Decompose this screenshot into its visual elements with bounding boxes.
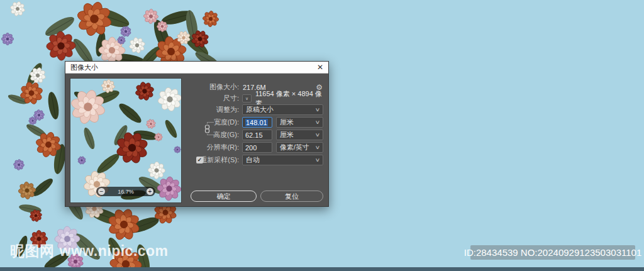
resolution-value: 200 <box>245 144 257 152</box>
dialog-controls: 图像大小: 217.6M ⚙ 尺寸: ∨ 11654 像素 × 4894 像素 … <box>188 79 323 202</box>
resolution-row: 分辨率(R): 200 像素/英寸 ∨ <box>188 142 323 153</box>
ok-button[interactable]: 确定 <box>191 191 257 202</box>
height-row: 高度(G): 62.15 厘米 ∨ <box>188 130 323 140</box>
dialog-title: 图像大小 <box>70 63 98 72</box>
image-size-dialog: 图像大小 ✕ − 16.7% + 图像大小: 217.6M ⚙ 尺寸: <box>65 61 329 207</box>
preview-zoom-level: 16.7% <box>118 189 134 195</box>
resample-label: 重新采样(S): <box>188 155 239 165</box>
width-row: 宽度(D): 148.01 厘米 ∨ <box>188 117 323 128</box>
chevron-down-icon: ∨ <box>315 119 321 125</box>
height-unit-select[interactable]: 厘米 ∨ <box>276 130 323 140</box>
close-icon[interactable]: ✕ <box>317 64 323 71</box>
id-badge: ID:28434539 NO:20240929123503031101 <box>470 245 635 260</box>
chevron-down-icon: ∨ <box>315 107 321 113</box>
chevron-down-icon: ∨ <box>315 145 321 150</box>
width-unit-select[interactable]: 厘米 ∨ <box>276 117 323 128</box>
fit-to-label: 调整为: <box>188 105 239 114</box>
dialog-body: − 16.7% + 图像大小: 217.6M ⚙ 尺寸: ∨ 11654 像素 … <box>65 74 328 206</box>
resolution-unit-select[interactable]: 像素/英寸 ∨ <box>276 142 323 153</box>
dialog-titlebar[interactable]: 图像大小 ✕ <box>65 62 328 74</box>
height-unit-value: 厘米 <box>280 130 294 140</box>
preview-image <box>70 79 181 202</box>
width-input[interactable]: 148.01 <box>242 117 272 128</box>
resolution-input[interactable]: 200 <box>242 142 272 153</box>
dimensions-label: 尺寸: <box>188 94 239 103</box>
resample-row: 重新采样(S): 自动 ∨ <box>188 155 323 165</box>
dimensions-row: 尺寸: ∨ 11654 像素 × 4894 像素 <box>188 93 323 104</box>
fit-to-row: 调整为: 原稿大小 ∨ <box>188 104 323 115</box>
resolution-unit-value: 像素/英寸 <box>280 143 309 152</box>
zoom-out-button[interactable]: − <box>98 188 105 195</box>
preview-zoom-bar: − 16.7% + <box>96 187 155 196</box>
desktop: 昵图网www.nipic.com ID:28434539 NO:20240929… <box>0 0 644 271</box>
zoom-in-button[interactable]: + <box>147 188 153 195</box>
height-label: 高度(G): <box>188 130 239 140</box>
resample-select[interactable]: 自动 ∨ <box>242 155 323 165</box>
height-input[interactable]: 62.15 <box>242 130 272 140</box>
dimensions-unit-dropdown[interactable]: ∨ <box>242 94 252 102</box>
chevron-down-icon: ∨ <box>315 157 321 163</box>
fit-to-value: 原稿大小 <box>246 105 274 114</box>
fit-to-select[interactable]: 原稿大小 ∨ <box>242 104 323 115</box>
image-size-label: 图像大小: <box>188 82 239 92</box>
watermark-site-url: www.nipic.com <box>60 243 169 259</box>
height-value: 62.15 <box>245 131 263 139</box>
bottom-strip <box>0 267 644 271</box>
image-preview[interactable]: − 16.7% + <box>70 79 181 202</box>
chevron-down-icon: ∨ <box>245 96 248 101</box>
width-label: 宽度(D): <box>188 118 239 127</box>
width-value: 148.01 <box>245 119 268 126</box>
resolution-label: 分辨率(R): <box>188 143 239 152</box>
reset-button[interactable]: 复位 <box>260 191 323 202</box>
watermark: 昵图网www.nipic.com <box>10 241 169 261</box>
width-unit-value: 厘米 <box>280 118 294 127</box>
resample-value: 自动 <box>246 155 260 165</box>
watermark-site-name: 昵图网 <box>10 243 55 259</box>
chevron-down-icon: ∨ <box>315 132 321 138</box>
